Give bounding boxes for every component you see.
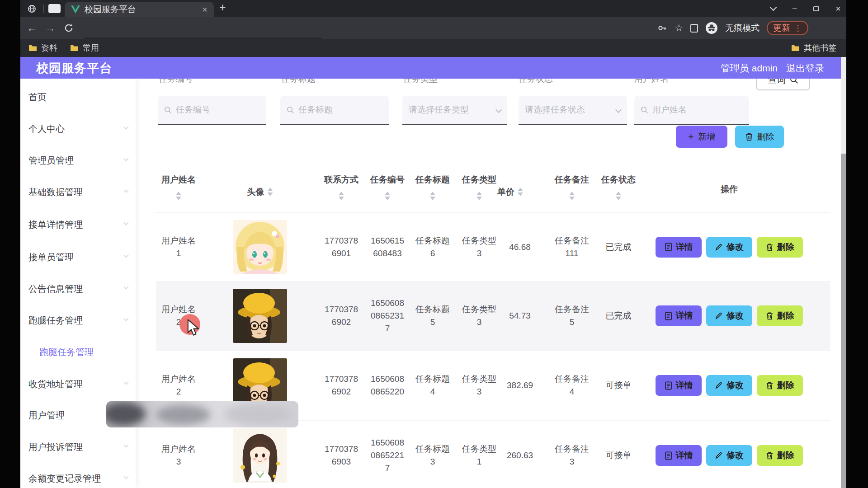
sort-carets-icon[interactable] [385, 192, 390, 200]
task-no-input[interactable]: 任务编号 [158, 96, 266, 125]
column-header-task-title[interactable]: 任务标题 [411, 171, 454, 200]
delete-button[interactable]: 删除 [757, 237, 803, 258]
sidebar-item-delivery-address[interactable]: 收货地址管理 [28, 378, 83, 390]
column-header-avatar[interactable]: 头像 [247, 171, 273, 213]
other-bookmarks[interactable]: 其他书签 [791, 39, 836, 57]
update-label: 更新 [773, 22, 790, 34]
cell-task-note: 任务备注 3 [550, 443, 594, 468]
column-header-price[interactable]: 单价 [497, 171, 542, 213]
tab-separator [43, 5, 44, 13]
bookmark-star-icon[interactable]: ☆ [675, 23, 683, 33]
browser-tab-bar: 校园服务平台 × + − × [20, 0, 846, 17]
sidebar-item-personal-center[interactable]: 个人中心 [28, 123, 65, 135]
cell-avatar[interactable] [233, 289, 287, 343]
cell-task-note: 任务备注 4 [550, 373, 594, 398]
sidebar-item-label: 个人中心 [28, 124, 65, 134]
sort-carets-icon[interactable] [268, 188, 273, 196]
password-key-icon[interactable] [657, 23, 667, 33]
cell-avatar[interactable] [233, 220, 287, 274]
sidebar-item-user-management[interactable]: 用户管理 [28, 409, 65, 422]
column-header-task-no[interactable]: 任务编号 [366, 171, 409, 200]
page-scrollbar[interactable] [841, 57, 846, 488]
browser-globe-icon[interactable] [25, 3, 38, 14]
chevron-icon [123, 474, 128, 479]
delete-button[interactable]: 删除 [757, 305, 803, 326]
sort-carets-icon[interactable] [616, 192, 621, 200]
column-header-task-note[interactable]: 任务备注 [550, 171, 594, 200]
sidebar-item-order-detail[interactable]: 接单详情管理 [28, 219, 83, 231]
back-button[interactable]: ← [27, 22, 38, 34]
tab-close-icon[interactable]: × [202, 5, 208, 15]
detail-button[interactable]: 详情 [656, 237, 702, 258]
cell-task-title: 任务标题 5 [411, 303, 454, 328]
sidebar-item-label: 接单员管理 [28, 252, 74, 262]
browser-tab[interactable]: 校园服务平台 × [65, 2, 214, 17]
bookmark-folder[interactable]: 常用 [70, 39, 99, 57]
sidebar-item-basic-data[interactable]: 基础数据管理 [28, 186, 83, 198]
window-close-button[interactable]: × [835, 4, 841, 13]
sort-carets-icon[interactable] [176, 192, 181, 200]
logout-link[interactable]: 退出登录 [786, 62, 824, 75]
column-header-user-name[interactable]: 用户姓名 [157, 171, 200, 200]
sidebar-item-label: 跑腿任务管理 [39, 347, 94, 357]
cell-avatar[interactable] [233, 428, 287, 483]
chevron-icon [123, 316, 128, 321]
detail-button[interactable]: 详情 [656, 375, 702, 396]
document-icon [665, 243, 672, 251]
admin-user-label[interactable]: 管理员 admin [721, 62, 778, 75]
document-icon [665, 451, 672, 460]
pinned-tab-icon[interactable] [48, 4, 61, 13]
cell-task-status: 可接单 [596, 379, 641, 392]
delete-button[interactable]: 删除 [757, 445, 803, 466]
sort-carets-icon[interactable] [339, 192, 344, 200]
column-header-task-status[interactable]: 任务状态 [596, 171, 641, 200]
sidebar-item-errand-task-active[interactable]: 跑腿任务管理 [39, 346, 94, 358]
detail-button[interactable]: 详情 [656, 445, 702, 466]
browser-update-button[interactable]: 更新 ⋮ [767, 21, 808, 35]
sort-carets-icon[interactable] [569, 192, 575, 200]
reload-icon[interactable] [64, 23, 74, 33]
bulk-delete-button[interactable]: 删除 [735, 126, 784, 148]
sidebar-item-balance-record[interactable]: 余额变更记录管理 [28, 473, 101, 485]
sort-carets-icon[interactable] [518, 188, 523, 196]
new-tab-button[interactable]: + [219, 1, 226, 14]
column-label: 任务编号 [370, 174, 405, 186]
sidebar-item-errand-task-parent[interactable]: 跑腿任务管理 [28, 314, 83, 327]
edit-button[interactable]: 修改 [706, 305, 752, 326]
window-maximize-button[interactable] [813, 6, 819, 11]
browser-menu-icon[interactable]: ⋮ [794, 23, 802, 33]
forward-button[interactable]: → [45, 22, 56, 34]
sort-carets-icon[interactable] [430, 192, 435, 200]
sidebar-item-label: 用户投诉管理 [28, 442, 83, 452]
window-minimize-button[interactable]: − [792, 4, 797, 13]
delete-button[interactable]: 删除 [757, 375, 803, 396]
column-header-task-type[interactable]: 任务类型 [458, 171, 501, 200]
cell-task-no: 1650608 0865220 [366, 373, 409, 398]
sidebar-item-announcement[interactable]: 公告信息管理 [28, 283, 83, 295]
task-type-select[interactable]: 请选择任务类型 [402, 96, 507, 125]
task-title-input[interactable]: 任务标题 [280, 96, 389, 125]
cell-price: 46.68 [497, 241, 542, 253]
user-name-input[interactable]: 用户姓名 [634, 96, 749, 125]
sidebar-item-home[interactable]: 首页 [28, 91, 47, 103]
detail-button[interactable]: 详情 [656, 305, 702, 326]
censored-watermark [106, 401, 298, 427]
edit-button[interactable]: 修改 [706, 375, 752, 396]
task-status-select[interactable]: 请选择任务状态 [519, 96, 627, 125]
scrollbar-thumb[interactable] [841, 154, 846, 488]
incognito-badge-icon [705, 22, 718, 34]
column-header-contact[interactable]: 联系方式 [320, 171, 363, 200]
sidebar-item-user-complaint[interactable]: 用户投诉管理 [28, 441, 83, 453]
sidebar-item-order-taker[interactable]: 接单员管理 [28, 251, 74, 263]
add-button[interactable]: + 新增 [676, 126, 727, 148]
tab-search-chevron-icon[interactable] [769, 4, 777, 11]
bookmark-folder[interactable]: 资料 [28, 39, 57, 57]
search-icon [287, 106, 294, 114]
extension-box-icon[interactable] [690, 24, 698, 33]
sidebar-item-admin-management[interactable]: 管理员管理 [28, 155, 74, 167]
edit-button[interactable]: 修改 [706, 445, 752, 466]
bookmarks-bar: 资料 常用 其他书签 [20, 39, 846, 57]
detail-button-label: 详情 [676, 310, 693, 322]
edit-button[interactable]: 修改 [706, 237, 752, 258]
sort-carets-icon[interactable] [476, 192, 482, 200]
